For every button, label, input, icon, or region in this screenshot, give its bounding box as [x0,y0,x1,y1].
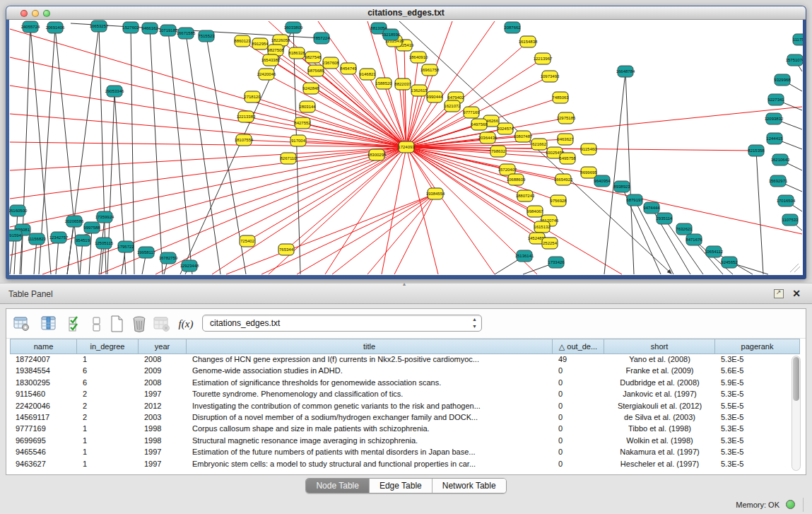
graph-node[interactable]: 12213967 [534,53,553,64]
close-icon[interactable] [20,10,28,17]
graph-node[interactable]: 6879197 [626,194,643,206]
graph-node[interactable]: 16154838 [519,36,538,47]
graph-node[interactable]: 19384554 [426,188,445,199]
graph-node[interactable]: 8427552 [294,117,311,129]
tab-network-table[interactable]: Network Table [432,479,506,493]
graph-node[interactable]: 9640954 [594,175,611,187]
graph-node[interactable]: 18807243 [516,190,535,201]
new-column-icon[interactable] [107,314,126,334]
graph-node[interactable]: 12213383 [237,111,256,122]
graph-node[interactable]: 12923448 [180,260,199,271]
graph-node[interactable]: 9466162 [141,23,158,34]
graph-node[interactable]: 12505115 [95,238,114,249]
graph-node[interactable]: 19958117 [137,247,156,258]
graph-node[interactable]: 9827548 [305,52,322,63]
graph-node[interactable]: 18640910 [409,52,428,63]
graph-node[interactable]: 9777169 [463,107,480,118]
graph-node[interactable]: 18107554 [235,134,254,146]
graph-node[interactable]: 1244415 [766,133,783,144]
graph-node[interactable]: 12342757 [49,232,69,243]
memory-ok-icon[interactable] [786,500,795,509]
graph-node[interactable]: 20364436 [478,132,498,144]
table-mode-icon[interactable] [12,314,32,334]
float-panel-icon[interactable] [774,289,784,298]
graph-node[interactable]: 2087662 [504,22,521,33]
graph-node[interactable]: 8471676 [686,234,702,245]
graph-node[interactable]: 252254 [542,238,558,249]
column-header-title[interactable]: title [187,339,553,354]
graph-node[interactable]: 8454749 [340,63,357,74]
graph-node[interactable]: 16654923 [554,174,573,185]
graph-node[interactable]: 2367608 [322,57,339,69]
graph-node[interactable]: 24055724 [21,21,40,33]
graph-node[interactable]: 8938923 [613,181,630,192]
graph-node[interactable]: 9756928 [550,195,567,206]
network-canvas[interactable]: 1724093 8860123 8912954 18226058 9827508… [9,20,803,275]
graph-node[interactable]: 954519 [75,235,90,246]
graph-node[interactable]: 765344 [278,244,294,255]
graph-node[interactable]: 15692971 [769,175,788,187]
graph-node[interactable]: 12975185 [557,112,576,124]
select-all-icon[interactable] [66,314,86,334]
graph-node[interactable]: 16671585 [177,28,196,39]
graph-node[interactable]: 6497568 [471,119,488,130]
graph-node[interactable]: 29053346 [105,86,124,97]
vertical-scrollbar[interactable] [792,356,801,471]
column-header-short[interactable]: short [604,339,715,354]
graph-node[interactable]: 15751074 [786,54,803,66]
graph-node[interactable]: 16782759 [159,252,178,264]
graph-node[interactable]: 8860123 [234,35,251,47]
column-header-out_de[interactable]: △ out_de... [553,339,604,354]
graph-node[interactable]: 2718120 [244,91,261,103]
graph-node[interactable]: 16033809 [284,22,303,33]
graph-node[interactable]: 9227341 [767,94,784,105]
delete-column-icon[interactable] [129,314,149,334]
graph-node[interactable]: 1362615 [411,85,428,96]
graph-node[interactable]: 621662 [531,139,547,150]
graph-node[interactable]: 8912954 [252,38,269,49]
graph-node[interactable]: 9146821 [359,69,376,80]
graph-node[interactable]: 10653257 [90,21,109,32]
graph-node[interactable]: 798632 [490,146,506,157]
table-row[interactable]: 969969511998Structural magnetic resonanc… [10,436,802,447]
graph-node[interactable]: 10654112 [705,246,724,257]
graph-node[interactable]: 9115460 [581,144,598,155]
column-header-year[interactable]: year [139,339,187,354]
graph-node[interactable]: 22420046 [257,69,276,80]
graph-node[interactable]: 3024574 [497,123,514,134]
table-row[interactable]: 1830029562008Estimation of significance … [10,378,802,389]
table-row[interactable]: 1872400712008Changes of HCN gene express… [10,354,802,366]
graph-node[interactable]: 8822037 [394,78,411,90]
graph-node[interactable]: 391594 [9,230,22,241]
graph-node[interactable]: 1117534 [793,34,803,45]
graph-node[interactable]: 10719185 [159,25,178,36]
zoom-icon[interactable] [43,10,50,17]
graph-node[interactable]: 16543382 [261,54,281,66]
graph-node[interactable]: 725402 [240,235,255,247]
graph-node[interactable]: 9474444 [643,202,660,214]
column-header-in_degree[interactable]: in_degree [77,339,139,354]
graph-node[interactable]: 9984067 [526,206,543,217]
graph-node[interactable]: 9875685 [307,65,324,76]
table-panel-header[interactable]: ▴ Table Panel ✕ [0,283,812,304]
graph-node[interactable]: 10973493 [541,71,560,82]
graph-node[interactable]: 9997588 [83,222,100,233]
table-selector-dropdown[interactable]: citations_edges.txt ▲▼ [202,315,482,332]
graph-node[interactable]: 7857224 [313,33,330,44]
deselect-all-icon[interactable] [87,314,107,334]
minimize-icon[interactable] [32,10,39,17]
graph-node[interactable]: 2935114 [657,213,673,224]
graph-node[interactable]: 15136141 [515,250,534,262]
tab-node-table[interactable]: Node Table [306,479,369,493]
graph-node[interactable]: 9245652 [721,257,738,268]
graph-node[interactable]: 20691406 [46,22,65,33]
graph-node[interactable]: 10688609 [507,174,526,185]
graph-node[interactable]: 9242848 [302,83,319,94]
graph-node[interactable]: 9329968 [774,74,791,86]
panel-resize-grip[interactable]: ▴ [403,281,406,287]
graph-node[interactable]: 19218596 [382,29,401,40]
tab-edge-table[interactable]: Edge Table [369,479,432,493]
graph-node[interactable]: 16210643 [771,154,790,165]
graph-node[interactable]: 1724093 [398,141,415,153]
graph-node[interactable]: 917004 [290,135,306,146]
